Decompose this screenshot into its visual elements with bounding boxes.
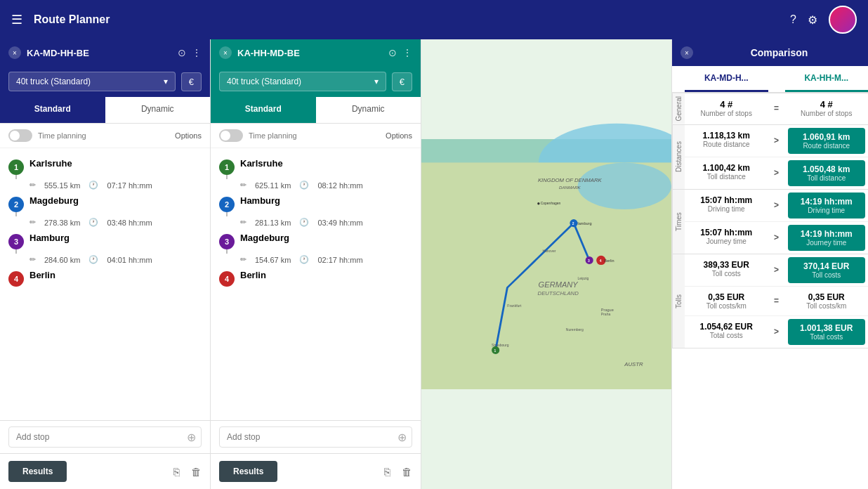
panel1-euro-button[interactable]: € [181, 72, 202, 91]
panel2-stops-list: 1Karlsruhe✏625.11 km🕐08:12 hh:mm2Hamburg… [211, 148, 421, 420]
panel2-time-planning-toggle[interactable] [219, 129, 243, 142]
comp-section-times: Times 15:07 hh:mm Driving time > 14:19 h… [672, 190, 868, 254]
svg-text:Frankfurt: Frankfurt [507, 304, 522, 308]
panel1-time-planning-toggle[interactable] [8, 129, 32, 142]
panel2-more-icon[interactable]: ⋮ [402, 47, 412, 58]
comp-journey-1-cell: 15:07 hh:mm Journey time [685, 222, 768, 254]
connector-1 [226, 175, 228, 179]
panel1-tab-standard[interactable]: Standard [0, 97, 105, 123]
panel2-tab-standard[interactable]: Standard [211, 97, 316, 123]
svg-text:AUSTR: AUSTR [624, 361, 643, 367]
panel1-header-icons: ⊙ ⋮ [178, 47, 202, 58]
leg-time: 03:48 hh:mm [107, 219, 152, 227]
panel2-options-link[interactable]: Options [386, 131, 412, 140]
stop-name-1: Karlsruhe [29, 158, 72, 169]
panel1-results-button[interactable]: Results [8, 461, 67, 482]
connector-2 [15, 212, 17, 216]
comp-section-general: General 4 # Number of stops = 4 # Number… [672, 93, 868, 125]
leg-info: ✏555.15 km🕐07:17 hh:mm [0, 179, 210, 191]
comp-row-stops: 4 # Number of stops = 4 # Number of stop… [685, 93, 868, 123]
comp-toll-costs-2-cell: 370,14 EUR Toll costs [785, 254, 869, 286]
comp-section-tolls: Tolls 389,33 EUR Toll costs > 370,14 EUR… [672, 254, 868, 348]
stop-marker-1: 1 [219, 159, 235, 175]
panel1-copy-icon[interactable]: ⎘ [173, 466, 180, 478]
comp-toll-km-1-cell: 0,35 EUR Toll costs/km [685, 287, 768, 315]
leg-dist-icon: ✏ [240, 218, 246, 227]
leg-time: 07:17 hh:mm [107, 181, 152, 190]
panel1-settings-icon[interactable]: ⊙ [178, 47, 186, 58]
help-icon[interactable]: ? [790, 13, 796, 26]
panel2-copy-icon[interactable]: ⎘ [384, 466, 390, 478]
svg-text:3: 3 [588, 259, 590, 263]
comp-route-dist2-label: Route distance [791, 142, 863, 150]
panel2-euro-button[interactable]: € [392, 72, 412, 91]
comp-total-costs2-label: Total costs [791, 333, 863, 341]
panel2-time-planning-row: Time planning Options [211, 124, 421, 148]
stop-name-row: 3Hamburg [0, 228, 210, 254]
panel1-tab-dynamic[interactable]: Dynamic [105, 97, 211, 123]
svg-text:Copenhagen: Copenhagen [541, 201, 561, 205]
stop-marker-3: 3 [8, 234, 24, 249]
svg-text:Strasbourg: Strasbourg [492, 343, 509, 347]
menu-icon[interactable]: ☰ [11, 12, 22, 27]
panel2-delete-icon[interactable]: 🗑 [402, 466, 412, 478]
panel2-add-stop-input[interactable] [219, 426, 412, 448]
panel1-add-stop-input[interactable] [8, 426, 202, 448]
comp-stops2-value: 4 # [791, 99, 863, 110]
leg-time-icon: 🕐 [299, 181, 309, 190]
svg-text:1: 1 [494, 348, 496, 353]
user-avatar[interactable] [829, 6, 857, 34]
comp-route-dist-1-cell: 1.118,13 km Route distance [685, 125, 768, 157]
comp-toll-costs-1-cell: 389,33 EUR Toll costs [685, 254, 768, 286]
panel2-vehicle-dropdown[interactable]: 40t truck (Standard) ▾ [219, 72, 386, 91]
comp-route-dist1-value: 1.118,13 km [690, 131, 763, 141]
panel2-results-button[interactable]: Results [219, 461, 277, 482]
leg-dist-icon: ✏ [29, 181, 36, 190]
stop-name-row: 4Berlin [0, 266, 210, 291]
comp-toll-km2-value: 0,35 EUR [791, 292, 863, 302]
leg-time-icon: 🕐 [88, 218, 98, 227]
comp-row-toll-costs: 389,33 EUR Toll costs > 370,14 EUR Toll … [685, 254, 868, 287]
comp-driving1-label: Driving time [690, 205, 763, 213]
panel1-options-link[interactable]: Options [175, 131, 202, 140]
stop-item-4: 4Berlin [0, 266, 210, 291]
stop-item-2: 2Hamburg [211, 191, 421, 216]
panel1-close-button[interactable]: × [8, 46, 21, 59]
comp-toll-km1-label: Toll costs/km [690, 302, 763, 310]
stop-marker-1: 1 [8, 159, 24, 175]
comp-section-label-general: General [672, 93, 685, 124]
comp-total-costs1-label: Total costs [690, 332, 763, 339]
header-right: ? ⚙ [790, 6, 857, 34]
svg-text:4: 4 [600, 259, 602, 263]
panel1-header: × KA-MD-HH-BE ⊙ ⋮ [0, 39, 210, 66]
comp-journey1-label: Journey time [690, 237, 763, 245]
panel2-settings-icon[interactable]: ⊙ [388, 47, 397, 58]
comparison-col1-header: KA-MD-H... [685, 66, 768, 92]
panel1-vehicle-dropdown[interactable]: 40t truck (Standard) ▾ [8, 72, 176, 91]
panel1-more-icon[interactable]: ⋮ [192, 47, 202, 58]
stop-name-row: 1Karlsruhe [0, 154, 210, 179]
panel1-add-stop-row: ⊕ [0, 420, 210, 453]
stop-marker-2: 2 [8, 197, 24, 212]
comparison-header: × Comparison [672, 39, 868, 66]
comp-driving1-value: 15:07 hh:mm [690, 195, 763, 205]
comp-toll-costs1-value: 389,33 EUR [690, 260, 763, 270]
map-area[interactable]: KINGDOM OF DENMARK DANMARK GERMANY DEUTS… [421, 39, 671, 489]
comp-section-label-times: Times [672, 190, 685, 254]
stop-marker-4: 4 [219, 271, 235, 287]
comp-cell-stops-1: 4 # Number of stops [685, 93, 768, 123]
panel2-close-button[interactable]: × [219, 46, 232, 59]
leg-time: 03:49 hh:mm [317, 219, 362, 227]
panel1-title: KA-MD-HH-BE [27, 48, 172, 58]
comparison-close-button[interactable]: × [680, 46, 693, 59]
settings-icon[interactable]: ⚙ [808, 13, 817, 27]
stop-name-row: 3Magdeburg [211, 228, 421, 254]
panel1-delete-icon[interactable]: 🗑 [191, 466, 202, 478]
comp-driving2-label: Driving time [791, 207, 863, 214]
panel1-tabs: Standard Dynamic [0, 97, 210, 124]
svg-text:DANMARK: DANMARK [559, 185, 581, 190]
comp-driving-2-cell: 14:19 hh:mm Driving time [785, 190, 869, 221]
svg-text:GERMANY: GERMANY [539, 280, 579, 289]
panel2-tab-dynamic[interactable]: Dynamic [316, 97, 421, 123]
leg-dist-icon: ✏ [29, 255, 36, 264]
